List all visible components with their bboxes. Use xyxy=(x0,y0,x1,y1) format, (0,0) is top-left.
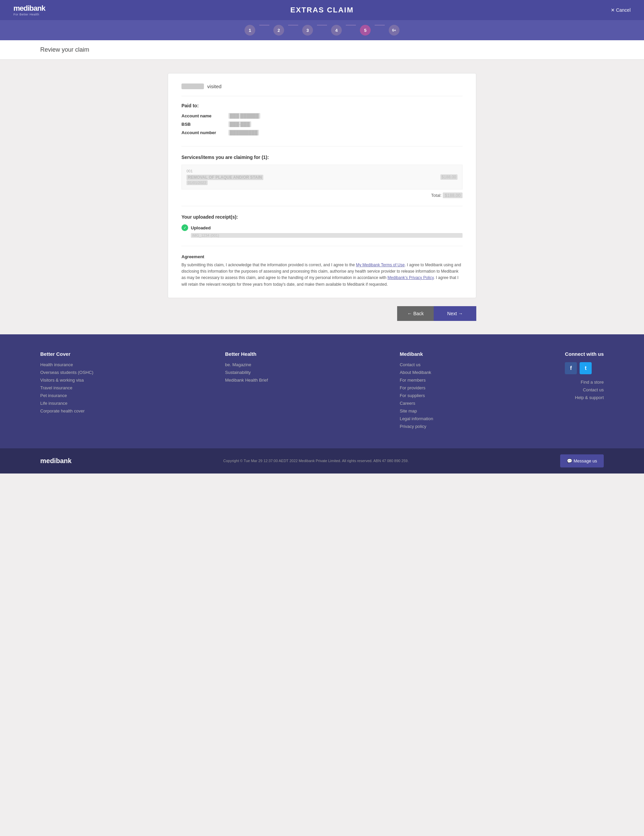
account-name-value: ███ ██████ xyxy=(229,113,260,119)
footer-link-about[interactable]: About Medibank xyxy=(400,370,433,375)
paid-to-section: Paid to: Account name ███ ██████ BSB ███… xyxy=(181,103,463,147)
footer-link-oshc[interactable]: Overseas students (OSHC) xyxy=(40,370,93,375)
step-circle-1[interactable]: 1 xyxy=(245,25,255,36)
better-health-title: Better Health xyxy=(225,351,268,357)
step-circle-4[interactable]: 4 xyxy=(331,25,342,36)
connect-title: Connect with us xyxy=(565,351,604,357)
back-button[interactable]: ← Back xyxy=(397,306,434,321)
claim-card: visited Paid to: Account name ███ ██████… xyxy=(168,73,476,298)
total-row: Total: $188.00 xyxy=(181,193,463,198)
total-label: Total: xyxy=(431,193,441,198)
step-6: 6+ xyxy=(385,25,404,36)
service-item: 001 REMOVAL OF PLAQUE AND/OR STAIN 01/01… xyxy=(181,165,463,189)
service-amount: $188.00 xyxy=(440,175,458,180)
privacy-link[interactable]: Medibank's Privacy Policy xyxy=(387,275,433,280)
account-name-label: Account name xyxy=(181,113,229,118)
patient-name xyxy=(181,83,204,89)
footer-col-better-health: Better Health be. Magazine Sustainabilit… xyxy=(225,351,268,431)
step-circle-6[interactable]: 6+ xyxy=(389,25,399,36)
footer-logo: medibank xyxy=(40,457,72,465)
terms-link[interactable]: My Medibank Terms of Use xyxy=(356,263,405,267)
step-4: 4 xyxy=(327,25,346,36)
services-section: Services/items you are claiming for (1):… xyxy=(181,155,463,206)
footer-link-health-insurance[interactable]: Health insurance xyxy=(40,362,93,367)
step-connector-1 xyxy=(259,25,269,26)
agreement-text-1: By submitting this claim, I acknowledge … xyxy=(181,263,356,267)
bsb-label: BSB xyxy=(181,122,229,127)
medibank-title: Medibank xyxy=(400,351,433,357)
account-number-row: Account number █████████ xyxy=(181,130,463,136)
account-name-row: Account name ███ ██████ xyxy=(181,113,463,119)
footer-link-members[interactable]: For members xyxy=(400,377,433,383)
contact-us-link[interactable]: Contact us xyxy=(583,387,604,392)
receipt-title: Your uploaded receipt(s): xyxy=(181,214,463,220)
footer-main: Better Cover Health insurance Overseas s… xyxy=(0,334,644,448)
services-title: Services/items you are claiming for (1): xyxy=(181,155,463,160)
service-detail-row: REMOVAL OF PLAQUE AND/OR STAIN 01/01/202… xyxy=(186,175,458,185)
bsb-row: BSB ███-███ xyxy=(181,121,463,127)
footer-link-sitemap[interactable]: Site map xyxy=(400,408,433,413)
footer-link-suppliers[interactable]: For suppliers xyxy=(400,393,433,398)
step-3: 3 xyxy=(298,25,317,36)
step-1: 1 xyxy=(240,25,259,36)
service-date: 01/01/2022 xyxy=(186,180,208,185)
step-connector-3 xyxy=(317,25,327,26)
account-number-label: Account number xyxy=(181,130,229,135)
header: medibank For Better Health EXTRAS CLAIM … xyxy=(0,0,644,20)
service-number: 001 xyxy=(186,169,458,173)
logo-sub: For Better Health xyxy=(13,13,39,16)
main-content: visited Paid to: Account name ███ ██████… xyxy=(0,60,644,334)
help-support-link[interactable]: Help & support xyxy=(575,395,604,400)
step-connector-2 xyxy=(288,25,298,26)
check-icon: ✓ xyxy=(181,224,188,231)
step-circle-2[interactable]: 2 xyxy=(273,25,284,36)
bsb-value: ███-███ xyxy=(229,121,251,127)
footer-col-medibank: Medibank Contact us About Medibank For m… xyxy=(400,351,433,431)
step-5: 5 xyxy=(356,25,375,36)
footer-link-privacy[interactable]: Privacy policy xyxy=(400,424,433,429)
footer-copyright: Copyright © Tue Mar 29 12:37:00 AEDT 202… xyxy=(223,459,409,463)
account-number-value: █████████ xyxy=(229,130,259,136)
nav-buttons: ← Back Next → xyxy=(168,306,476,321)
footer-col-better-cover: Better Cover Health insurance Overseas s… xyxy=(40,351,93,431)
twitter-icon[interactable]: t xyxy=(580,362,592,374)
page-heading-bar: Review your claim xyxy=(0,40,644,60)
footer-link-travel[interactable]: Travel insurance xyxy=(40,385,93,390)
message-us-button[interactable]: 💬 Message us xyxy=(560,454,604,467)
find-store-link[interactable]: Find a store xyxy=(580,380,604,385)
step-connector-4 xyxy=(346,25,356,26)
next-button[interactable]: Next → xyxy=(434,306,476,321)
receipt-section: Your uploaded receipt(s): ✓ Uploaded IMG… xyxy=(181,214,463,246)
page-title: EXTRAS CLAIM xyxy=(291,6,354,15)
social-icons: f t xyxy=(565,362,604,374)
footer-link-corporate[interactable]: Corporate health cover xyxy=(40,408,93,413)
review-claim-heading: Review your claim xyxy=(40,46,604,53)
footer-link-life[interactable]: Life insurance xyxy=(40,401,93,406)
step-circle-3[interactable]: 3 xyxy=(302,25,313,36)
better-cover-title: Better Cover xyxy=(40,351,93,357)
connect-links: Find a store Contact us Help & support xyxy=(565,380,604,403)
footer-link-sustainability[interactable]: Sustainability xyxy=(225,370,268,375)
uploaded-row: ✓ Uploaded xyxy=(181,224,463,231)
logo-text: medibank xyxy=(13,4,45,13)
facebook-icon[interactable]: f xyxy=(565,362,577,374)
cancel-button[interactable]: ✕ Cancel xyxy=(611,7,631,13)
footer-link-careers[interactable]: Careers xyxy=(400,401,433,406)
step-circle-5[interactable]: 5 xyxy=(360,25,371,36)
footer-col-connect: Connect with us f t Find a store Contact… xyxy=(565,351,604,431)
footer-link-contact[interactable]: Contact us xyxy=(400,362,433,367)
agreement-text: By submitting this claim, I acknowledge … xyxy=(181,262,463,288)
footer-link-providers[interactable]: For providers xyxy=(400,385,433,390)
file-name: IMG_1234 (001) xyxy=(191,233,463,238)
footer-link-legal[interactable]: Legal information xyxy=(400,416,433,421)
patient-visited-section: visited xyxy=(181,83,463,96)
footer-link-health-brief[interactable]: Medibank Health Brief xyxy=(225,377,268,383)
footer-link-visitors[interactable]: Visitors & working visa xyxy=(40,377,93,383)
total-amount: $188.00 xyxy=(443,193,463,198)
agreement-section: Agreement By submitting this claim, I ac… xyxy=(181,254,463,288)
paid-to-title: Paid to: xyxy=(181,103,463,108)
step-2: 2 xyxy=(269,25,288,36)
footer-link-pet[interactable]: Pet insurance xyxy=(40,393,93,398)
step-connector-5 xyxy=(375,25,385,26)
footer-link-magazine[interactable]: be. Magazine xyxy=(225,362,268,367)
